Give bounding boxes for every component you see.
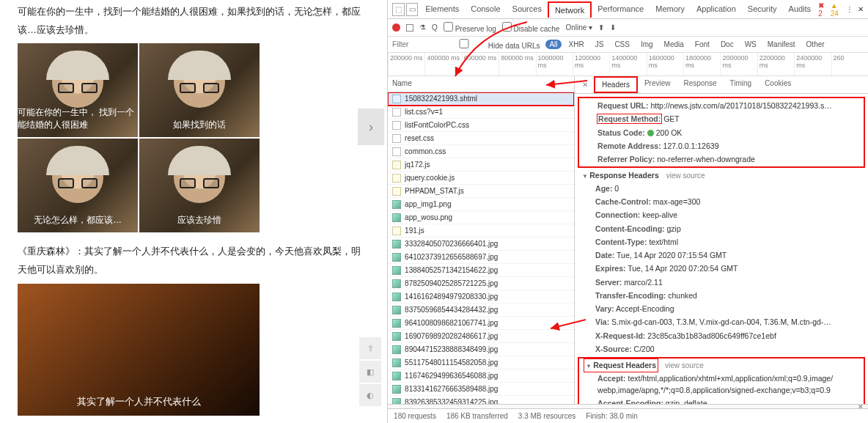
img-file-icon <box>392 200 401 209</box>
transferred-size: 186 KB transferred <box>446 412 508 420</box>
img-file-icon <box>392 253 401 262</box>
img-file-icon <box>392 385 401 394</box>
request-row[interactable]: 55117548011154582058.jpg <box>388 356 574 369</box>
still-4: 应该去珍惜 <box>139 139 260 232</box>
filter-js[interactable]: JS <box>592 40 608 49</box>
request-list: Name 1508322421993.shtmllist.css?v=1list… <box>388 76 575 408</box>
request-row[interactable]: 14161624894979208330.jpg <box>388 290 574 304</box>
request-row[interactable]: jq172.js <box>388 158 574 172</box>
weibo-icon[interactable]: ◐ <box>359 384 381 406</box>
network-status-bar: 180 requests 186 KB transferred 3.3 MB r… <box>388 408 868 423</box>
detail-tab-timing[interactable]: Timing <box>724 76 759 93</box>
header-entry: Cache-Control: max-age=300 <box>582 195 831 208</box>
img-file-icon <box>392 332 401 341</box>
filter-xhr[interactable]: XHR <box>565 40 588 49</box>
device-toggle-icon[interactable]: ▭ <box>406 3 419 16</box>
request-row[interactable]: 191.js <box>388 224 574 238</box>
header-entry: Request URL: http://news.jstv.com/a/2017… <box>584 99 834 112</box>
request-row[interactable]: app_wosu.png <box>388 211 574 224</box>
clear-button[interactable] <box>406 24 413 32</box>
tab-memory[interactable]: Memory <box>650 1 691 18</box>
tab-performance[interactable]: Performance <box>592 1 650 18</box>
filter-other[interactable]: Other <box>803 40 828 49</box>
img-file-icon <box>392 306 401 315</box>
warning-count: ▲ 24 <box>831 1 842 18</box>
tab-network[interactable]: Network <box>548 1 592 18</box>
filter-ws[interactable]: WS <box>741 40 760 49</box>
filter-all[interactable]: All <box>545 40 561 49</box>
still-1: 可能在你的一生中， 找到一个能结婚的人很困难 <box>18 43 138 137</box>
request-row[interactable]: reset.css <box>388 132 574 145</box>
filter-input[interactable] <box>392 40 436 48</box>
request-row[interactable]: 81331416276663589488.jpg <box>388 383 574 396</box>
request-row[interactable]: 11674629499636546088.jpg <box>388 369 574 383</box>
img-file-icon <box>392 345 401 354</box>
upload-icon[interactable]: ⬆ <box>598 23 604 32</box>
header-entry: Via: S.mix-gd-can-003, T.3.M, V.mix-gd-c… <box>582 315 831 328</box>
inspect-icon[interactable]: ⬚ <box>392 3 405 16</box>
close-icon[interactable]: ✕ <box>858 5 864 13</box>
doc-file-icon <box>392 95 401 103</box>
paragraph-1: 可能在你的一生中，找到一个能结婚的人很困难，如果找到的话，无论怎样，都应该…应该… <box>18 3 369 39</box>
img-file-icon <box>392 293 401 301</box>
resources-size: 3.3 MB resources <box>518 412 575 420</box>
request-row[interactable]: list.css?v=1 <box>388 106 574 119</box>
request-row[interactable]: jquery.cookie.js <box>388 172 574 185</box>
filter-toggle-icon[interactable]: ⚗ <box>419 23 426 32</box>
header-entry: Expires: Tue, 14 Apr 2020 07:20:54 GMT <box>582 262 831 275</box>
console-drawer[interactable]: ✕ <box>388 404 868 408</box>
tab-sources[interactable]: Sources <box>507 1 548 18</box>
img-file-icon <box>392 358 401 367</box>
search-icon[interactable]: Q <box>432 23 438 32</box>
tab-elements[interactable]: Elements <box>419 1 465 18</box>
request-detail: ✕ HeadersPreviewResponseTimingCookies Re… <box>575 76 868 408</box>
request-row[interactable]: app_img1.png <box>388 198 574 211</box>
filter-img[interactable]: Img <box>637 40 657 49</box>
detail-tab-headers[interactable]: Headers <box>594 76 638 93</box>
filter-doc[interactable]: Doc <box>717 40 738 49</box>
devtools-panel: ⬚ ▭ ElementsConsoleSourcesNetworkPerform… <box>387 0 868 423</box>
filter-font[interactable]: Font <box>691 40 713 49</box>
request-row[interactable]: listFontColorPC.css <box>388 119 574 132</box>
share-icon[interactable]: ⇪ <box>359 337 381 359</box>
download-icon[interactable]: ⬇ <box>610 23 616 32</box>
movie-stills-grid: 可能在你的一生中， 找到一个能结婚的人很困难 如果找到的话 无论怎么样，都应该…… <box>18 43 260 232</box>
request-row[interactable]: 64102373912656588697.jpg <box>388 251 574 264</box>
header-entry: Request Method: GET <box>584 112 834 125</box>
carousel-next-button[interactable]: › <box>358 108 384 145</box>
close-icon[interactable]: ✕ <box>858 403 864 411</box>
request-row[interactable]: 33328405070236666401.jpg <box>388 238 574 251</box>
wechat-icon[interactable]: ◧ <box>359 361 381 383</box>
tab-audits[interactable]: Audits <box>783 1 817 18</box>
settings-icon[interactable]: ⋮ <box>846 5 853 13</box>
header-entry: Age: 0 <box>582 182 831 195</box>
tab-console[interactable]: Console <box>465 1 506 18</box>
header-entry: Content-Encoding: gzip <box>582 222 831 235</box>
view-source-link[interactable]: view source <box>665 361 704 369</box>
filter-css[interactable]: CSS <box>611 40 633 49</box>
detail-tab-response[interactable]: Response <box>677 76 723 93</box>
request-row[interactable]: PHPADM_STAT.js <box>388 185 574 198</box>
throttling-select[interactable]: Online ▾ <box>565 23 592 32</box>
request-row[interactable]: 13884052571342154622.jpg <box>388 264 574 277</box>
header-entry: X-Source: C/200 <box>582 342 831 356</box>
request-row[interactable]: 89044715238888348499.jpg <box>388 343 574 356</box>
share-column: ⇪ ◧ ◐ <box>359 337 381 406</box>
header-entry: Connection: keep-alive <box>582 208 831 221</box>
tab-security[interactable]: Security <box>742 1 783 18</box>
detail-tab-cookies[interactable]: Cookies <box>758 76 798 93</box>
filter-manifest[interactable]: Manifest <box>764 40 799 49</box>
request-row[interactable]: common.css <box>388 145 574 158</box>
header-entry: Accept: text/html,application/xhtml+xml,… <box>584 372 834 397</box>
detail-tab-preview[interactable]: Preview <box>638 76 677 93</box>
view-source-link[interactable]: view source <box>666 172 705 180</box>
tab-application[interactable]: Application <box>691 1 742 18</box>
console-status[interactable]: ✖ 2 ▲ 24 ⋮ ✕ <box>818 1 864 18</box>
css-file-icon <box>392 108 401 117</box>
detail-tabs: ✕ HeadersPreviewResponseTimingCookies <box>575 76 868 94</box>
request-row[interactable]: 87825094025285721225.jpg <box>388 277 574 290</box>
css-file-icon <box>392 121 401 130</box>
img-file-icon <box>392 213 401 222</box>
record-button[interactable] <box>392 23 400 32</box>
filter-media[interactable]: Media <box>661 40 688 49</box>
